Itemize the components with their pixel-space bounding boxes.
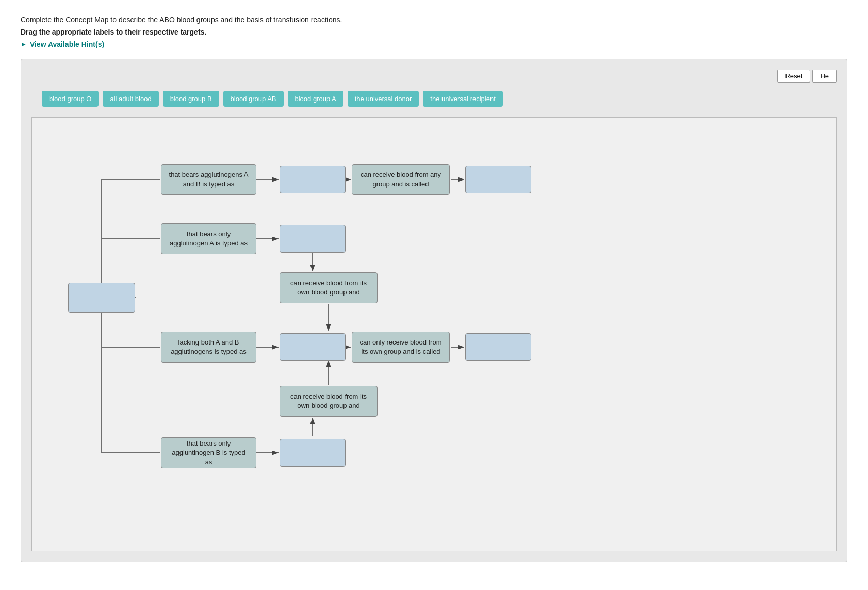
drop-universal-donor[interactable] [465,333,531,361]
box-can-receive-own-2: can receive blood from its own blood gro… [280,386,378,417]
drop-o-result[interactable] [280,333,346,361]
label-chip-blood-group-a[interactable]: blood group A [288,91,343,107]
hint-arrow-icon: ► [21,41,27,48]
label-chip-universal-donor[interactable]: the universal donor [348,91,419,107]
page-container: Complete the Concept Map to describe the… [0,0,868,590]
top-bar: Reset He [31,70,837,83]
drop-left-main[interactable] [68,283,135,313]
hint-link[interactable]: ► View Available Hint(s) [21,40,847,48]
label-chip-blood-group-o[interactable]: blood group O [42,91,99,107]
label-chip-blood-group-b[interactable]: blood group B [163,91,219,107]
concept-map-inner: that bears agglutinogens A and B is type… [31,117,837,551]
help-button[interactable]: He [812,70,837,83]
label-chip-universal-recipient[interactable]: the universal recipient [423,91,502,107]
concept-map-outer: Reset He blood group O all adult blood b… [21,59,847,562]
box-can-receive-any: can receive blood from any group and is … [352,164,450,195]
reset-button[interactable]: Reset [777,70,810,83]
hint-label: View Available Hint(s) [30,40,104,48]
instruction-line2: Drag the appropriate labels to their res… [21,28,847,36]
box-bears-only-a: that bears only agglutinogen A is typed … [161,223,256,254]
diagram: that bears agglutinogens A and B is type… [42,133,826,535]
drop-a-result[interactable] [280,225,346,253]
drop-ab-result[interactable] [280,166,346,193]
labels-row: blood group O all adult blood blood grou… [31,91,837,107]
drop-b-result[interactable] [280,439,346,467]
label-chip-all-adult-blood[interactable]: all adult blood [103,91,158,107]
label-chip-blood-group-ab[interactable]: blood group AB [223,91,284,107]
box-bears-ab: that bears agglutinogens A and B is type… [161,164,256,195]
box-can-receive-own-1: can receive blood from its own blood gro… [280,272,378,303]
box-bears-only-b: that bears only aggluntinogen B is typed… [161,437,256,468]
box-can-only-receive: can only receive blood from its own grou… [352,332,450,363]
drop-universal-recipient[interactable] [465,166,531,193]
box-lacking-ab: lacking both A and B agglutinogens is ty… [161,332,256,363]
instruction-line1: Complete the Concept Map to describe the… [21,15,847,24]
